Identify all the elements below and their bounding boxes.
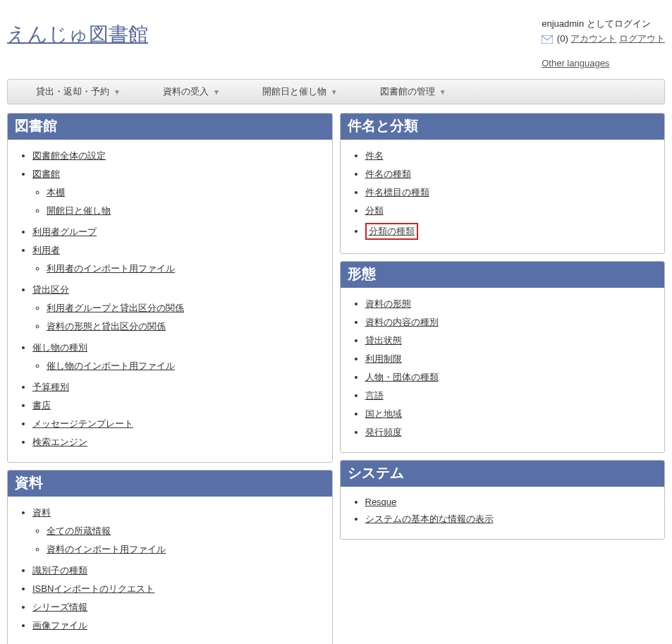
list-item: 分類の種類 [365,220,658,243]
link-subject-type[interactable]: 件名の種類 [365,169,411,179]
link-checkout-type[interactable]: 貸出区分 [32,284,69,295]
highlighted-link-box: 分類の種類 [365,223,418,240]
list-item: 予算種別 [32,378,325,396]
menu-events[interactable]: 開館日と催し物▼ [241,80,359,104]
menu-admin[interactable]: 図書館の管理▼ [359,80,468,104]
link-image[interactable]: 画像ファイル [32,620,87,631]
panel-material: 資料 資料 全ての所蔵情報 資料のインポート用ファイル 識別子の種類 ISBNイ… [7,470,333,644]
list-item: 利用者グループと貸出区分の関係 [47,299,325,317]
link-resource[interactable]: 資料 [32,507,51,518]
panel-form: 形態 資料の形態 資料の内容の種別 貸出状態 利用制限 人物・団体の種類 言語 … [340,261,666,453]
link-restriction[interactable]: 利用制限 [365,353,402,364]
account-link[interactable]: アカウント [570,33,616,44]
panel-title: 資料 [8,470,332,497]
menubar: 貸出・返却・予約▼ 資料の受入▼ 開館日と催し物▼ 図書館の管理▼ [7,79,665,104]
link-classification[interactable]: 分類 [365,205,384,216]
link-patron-import[interactable]: 利用者のインポート用ファイル [47,263,175,274]
link-frequency[interactable]: 発行頻度 [365,427,402,437]
link-classification-type[interactable]: 分類の種類 [369,226,415,236]
link-isbn[interactable]: ISBNインポートのリクエスト [32,583,154,594]
link-carrier[interactable]: 資料の形態 [365,298,411,309]
list-item: 図書館全体の設定 [32,147,325,165]
site-title[interactable]: えんじゅ図書館 [7,21,148,48]
link-usergroup-checkout[interactable]: 利用者グループと貸出区分の関係 [47,303,184,313]
link-carrier-checkout[interactable]: 資料の形態と貸出区分の関係 [47,321,166,332]
list-item: 分類 [365,202,658,220]
link-agent-type[interactable]: 人物・団体の種類 [365,372,439,382]
logout-link[interactable]: ログアウト [619,33,665,44]
logged-in-user: enjuadmin [542,18,584,29]
list-item: ISBNインポートのリクエスト [32,580,325,598]
link-basic-info[interactable]: システムの基本的な情報の表示 [365,514,494,524]
link-budget[interactable]: 予算種別 [32,382,69,392]
panel-system: システム Resque システムの基本的な情報の表示 [340,460,666,540]
unread-count: (0) [557,33,568,44]
list-item: 言語 [365,387,658,405]
chevron-down-icon: ▼ [439,88,446,96]
link-msg-template[interactable]: メッセージテンプレート [32,418,133,429]
list-item: シリーズ情報 [32,598,325,616]
list-item: 書店 [32,396,325,415]
link-event-import[interactable]: 催し物のインポート用ファイル [47,360,175,371]
list-item: 識別子の種類 [32,561,325,580]
list-item: 国と地域 [365,405,658,423]
list-item: 本棚 [47,183,325,202]
menu-acquisition[interactable]: 資料の受入▼ [142,80,241,104]
link-search-engine[interactable]: 検索エンジン [32,437,87,447]
list-item: 利用制限 [365,350,658,368]
list-item: 資料の形態と貸出区分の関係 [47,317,325,336]
panel-library: 図書館 図書館全体の設定 図書館 本棚 開館日と催し物 利用者グループ 利用者 … [7,113,333,463]
list-item: 催し物の種別 催し物のインポート用ファイル [32,339,325,378]
list-item: 利用者グループ [32,223,325,241]
link-library[interactable]: 図書館 [32,169,60,179]
chevron-down-icon: ▼ [213,88,220,96]
link-user-group[interactable]: 利用者グループ [32,226,97,237]
list-item: 画像ファイル [32,616,325,635]
link-language[interactable]: 言語 [365,390,384,401]
link-content[interactable]: 資料の内容の種別 [365,317,439,327]
panel-subject: 件名と分類 件名 件名の種類 件名標目の種類 分類 分類の種類 [340,113,666,254]
link-subject[interactable]: 件名 [365,150,384,161]
list-item: 貸出区分 利用者グループと貸出区分の関係 資料の形態と貸出区分の関係 [32,281,325,339]
link-series[interactable]: シリーズ情報 [32,602,87,612]
link-shelf[interactable]: 本棚 [47,187,65,198]
link-identifier[interactable]: 識別子の種類 [32,565,87,576]
list-item: Resque [365,494,658,510]
link-country[interactable]: 国と地域 [365,408,402,419]
list-item: 件名の種類 [365,165,658,183]
link-subject-heading[interactable]: 件名標目の種類 [365,187,429,198]
list-item: 資料の形態 [365,295,658,313]
link-library-conf[interactable]: 図書館全体の設定 [32,150,106,161]
link-events[interactable]: 開館日と催し物 [47,205,111,216]
other-languages-link[interactable]: Other languages [542,58,609,68]
list-item: 発行頻度 [365,423,658,442]
list-item: 全ての所蔵情報 [47,522,325,540]
list-item: 催し物のインポート用ファイル [47,357,325,375]
list-item: 資料 全ての所蔵情報 資料のインポート用ファイル [32,504,325,561]
list-item: メッセージテンプレート [32,415,325,433]
list-item: 件名 [365,147,658,165]
link-bookstore[interactable]: 書店 [32,400,51,411]
link-event-category[interactable]: 催し物の種別 [32,342,87,353]
list-item: 図書館 本棚 開館日と催し物 [32,165,325,223]
panel-title: システム [341,461,665,487]
mail-icon[interactable] [542,35,553,44]
link-import[interactable]: 資料のインポート用ファイル [47,544,166,554]
list-item: 資料のインポート用ファイル [47,540,325,559]
menu-circulation[interactable]: 貸出・返却・予約▼ [15,80,142,104]
list-item: 貸出状態 [365,332,658,350]
link-items[interactable]: 全ての所蔵情報 [47,525,111,536]
list-item: 人物・団体の種類 [365,368,658,387]
list-item: 検索エンジン [32,433,325,451]
list-item: 件名標目の種類 [365,183,658,202]
user-status-box: enjuadmin としてログイン (0) アカウント ログアウト Other … [542,11,665,68]
list-item: 利用者 利用者のインポート用ファイル [32,241,325,281]
list-item: 利用者のインポート用ファイル [47,260,325,278]
panel-title: 件名と分類 [341,114,665,140]
link-patron[interactable]: 利用者 [32,245,60,255]
panel-title: 図書館 [8,114,332,140]
link-resque[interactable]: Resque [365,497,397,507]
chevron-down-icon: ▼ [331,88,338,96]
list-item: 開館日と催し物 [47,202,325,220]
link-circ-status[interactable]: 貸出状態 [365,335,402,346]
